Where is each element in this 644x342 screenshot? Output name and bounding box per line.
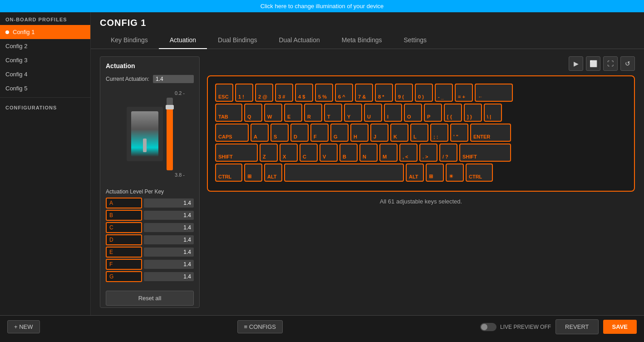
key-y[interactable]: Y <box>344 104 362 122</box>
key-lctrl[interactable]: CTRL <box>215 164 242 182</box>
key-label-g[interactable]: G <box>106 271 142 282</box>
key-label-b[interactable]: B <box>106 210 142 221</box>
key-r[interactable]: R <box>304 104 322 122</box>
key-comma[interactable]: , < <box>399 144 418 162</box>
sidebar-item-config1[interactable]: Config 1 <box>0 25 90 39</box>
key-j[interactable]: J <box>370 124 388 142</box>
key-rbracket[interactable]: ] } <box>464 104 482 122</box>
key-fn[interactable]: ☀ <box>446 164 464 182</box>
key-7[interactable]: 7 & <box>355 84 373 102</box>
key-p[interactable]: P <box>424 104 442 122</box>
key-5[interactable]: 5 % <box>315 84 333 102</box>
key-o[interactable]: O <box>404 104 422 122</box>
key-rshift[interactable]: SHIFT <box>459 144 511 162</box>
key-0[interactable]: 0 ) <box>415 84 433 102</box>
vertical-slider-handle[interactable] <box>166 105 174 109</box>
key-8[interactable]: 8 * <box>375 84 393 102</box>
key-label-c[interactable]: C <box>106 222 142 233</box>
key-rctrl[interactable]: CTRL <box>466 164 493 182</box>
live-preview-toggle[interactable]: LIVE PREVIEW OFF <box>480 323 551 331</box>
key-backslash[interactable]: \ | <box>484 104 502 122</box>
key-m[interactable]: M <box>379 144 398 162</box>
tab-dual-bindings[interactable]: Dual Bindings <box>207 32 268 49</box>
key-x[interactable]: X <box>280 144 298 162</box>
key-equals[interactable]: = + <box>455 84 473 102</box>
key-g[interactable]: G <box>330 124 349 142</box>
key-b[interactable]: B <box>339 144 358 162</box>
tab-key-bindings[interactable]: Key Bindings <box>100 32 159 49</box>
key-d[interactable]: D <box>290 124 309 142</box>
rect-select-button[interactable]: ⬜ <box>586 56 600 71</box>
key-caps[interactable]: CAPS <box>215 124 249 142</box>
top-banner[interactable]: Click here to change illumination of you… <box>0 0 644 12</box>
keyboard-row-2: TAB Q W E R T Y U I O P [ { ] } \ | <box>215 104 627 122</box>
sidebar-item-config5[interactable]: Config 5 <box>0 81 90 95</box>
expand-button[interactable]: ⛶ <box>603 56 618 71</box>
key-level-b: B 1.4 <box>106 210 194 221</box>
new-button[interactable]: + NEW <box>7 320 40 333</box>
key-z[interactable]: Z <box>260 144 278 162</box>
key-slash[interactable]: / ? <box>439 144 457 162</box>
actuation-value: 1.4 <box>156 76 163 82</box>
keyboard-row-4: SHIFT Z X C V B N M , < . > / ? SHIFT <box>215 144 627 162</box>
key-i[interactable]: I <box>384 104 402 122</box>
reset-all-button[interactable]: Reset all <box>106 291 194 306</box>
key-label-a[interactable]: A <box>106 198 142 208</box>
key-label-f[interactable]: F <box>106 259 142 270</box>
key-u[interactable]: U <box>364 104 382 122</box>
key-semicolon[interactable]: ; : <box>430 124 448 142</box>
key-ralt[interactable]: ALT <box>406 164 424 182</box>
sidebar-item-config3[interactable]: Config 3 <box>0 53 90 67</box>
key-value-b: 1.4 <box>144 211 194 220</box>
key-lwin[interactable]: ⊞ <box>244 164 262 182</box>
key-quote[interactable]: ' " <box>450 124 468 142</box>
key-lalt[interactable]: ALT <box>264 164 282 182</box>
key-h[interactable]: H <box>350 124 369 142</box>
key-q[interactable]: Q <box>244 104 262 122</box>
key-level-f: F 1.4 <box>106 259 194 270</box>
key-v[interactable]: V <box>320 144 338 162</box>
key-lshift[interactable]: SHIFT <box>215 144 258 162</box>
key-n[interactable]: N <box>359 144 378 162</box>
key-label-d[interactable]: D <box>106 234 142 245</box>
key-a[interactable]: A <box>251 124 269 142</box>
key-minus[interactable]: - _ <box>435 84 453 102</box>
key-6[interactable]: 6 ^ <box>335 84 353 102</box>
key-label-e[interactable]: E <box>106 247 142 258</box>
key-lbracket[interactable]: [ { <box>444 104 462 122</box>
sidebar-item-config2[interactable]: Config 2 <box>0 39 90 53</box>
key-period[interactable]: . > <box>419 144 438 162</box>
key-s[interactable]: S <box>270 124 289 142</box>
key-l[interactable]: L <box>410 124 428 142</box>
key-f[interactable]: F <box>310 124 329 142</box>
save-button[interactable]: SAVE <box>603 320 637 334</box>
key-backspace[interactable]: ← <box>475 84 513 102</box>
key-9[interactable]: 9 ( <box>395 84 413 102</box>
key-c[interactable]: C <box>300 144 318 162</box>
vertical-slider-track[interactable] <box>167 98 173 170</box>
key-2[interactable]: 2 @ <box>255 84 273 102</box>
key-rwin[interactable]: ⊞ <box>426 164 444 182</box>
key-e[interactable]: E <box>284 104 302 122</box>
key-space[interactable] <box>284 164 404 182</box>
key-t[interactable]: T <box>324 104 342 122</box>
key-esc[interactable]: ESC <box>215 84 233 102</box>
key-enter[interactable]: ENTER <box>470 124 511 142</box>
select-tool-button[interactable]: ▶ <box>569 56 583 71</box>
key-4[interactable]: 4 $ <box>295 84 313 102</box>
revert-button[interactable]: REVERT <box>556 319 599 334</box>
configs-button[interactable]: ≡ CONFIGS <box>237 320 283 333</box>
reset-button[interactable]: ↺ <box>620 56 635 71</box>
reset-icon: ↺ <box>625 60 630 67</box>
tab-dual-actuation[interactable]: Dual Actuation <box>268 32 330 49</box>
key-1[interactable]: 1 ! <box>235 84 253 102</box>
key-k[interactable]: K <box>390 124 408 142</box>
key-w[interactable]: W <box>264 104 282 122</box>
key-tab[interactable]: TAB <box>215 104 242 122</box>
tab-settings[interactable]: Settings <box>393 32 438 49</box>
tab-actuation[interactable]: Actuation <box>159 32 207 49</box>
key-3[interactable]: 3 # <box>275 84 293 102</box>
sidebar-item-config4[interactable]: Config 4 <box>0 67 90 81</box>
tab-meta-bindings[interactable]: Meta Bindings <box>331 32 393 49</box>
toggle-switch[interactable] <box>480 323 497 331</box>
